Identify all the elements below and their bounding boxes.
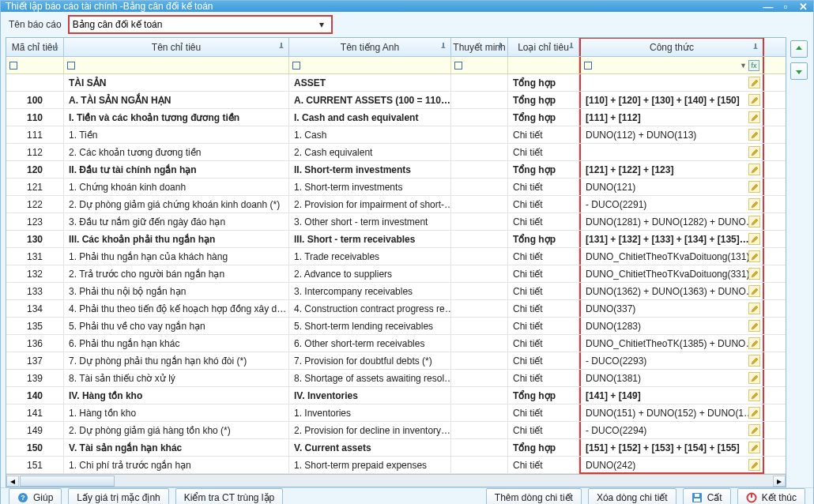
cell-en[interactable]: IV. Inventories — [289, 387, 451, 404]
cell-ct[interactable]: DUNO(337) — [579, 300, 764, 317]
filter-en[interactable] — [289, 57, 451, 73]
report-name-combo[interactable]: Bảng cân đối kế toán ▾ — [68, 15, 333, 34]
cell-loai[interactable]: Chi tiết — [508, 144, 579, 160]
cell-tm[interactable] — [451, 161, 508, 178]
cell-ten[interactable]: 8. Tài sản thiếu chờ xử lý — [64, 370, 289, 386]
edit-formula-icon[interactable] — [748, 355, 760, 367]
cell-ma[interactable]: 151 — [6, 457, 64, 473]
pin-icon[interactable] — [439, 42, 447, 53]
cell-loai[interactable]: Chi tiết — [508, 300, 579, 317]
cell-ma[interactable]: 136 — [6, 335, 64, 352]
cell-ct[interactable]: DUNO(1281) + DUNO(1282) + DUNO… — [579, 213, 764, 230]
filter-box-icon[interactable] — [584, 62, 592, 70]
cell-tm[interactable] — [451, 126, 508, 143]
minimize-icon[interactable]: — — [763, 1, 774, 12]
edit-formula-icon[interactable] — [748, 459, 760, 471]
save-button[interactable]: Cất — [683, 488, 731, 504]
cell-ct[interactable]: [121] + [122] + [123] — [579, 161, 764, 178]
filter-box-icon[interactable] — [67, 62, 75, 70]
cell-en[interactable]: 4. Construction contract progress re… — [289, 300, 451, 317]
cell-tm[interactable] — [451, 439, 508, 456]
cell-ma[interactable]: 134 — [6, 300, 64, 317]
cell-en[interactable]: 1. Cash — [289, 126, 451, 143]
cell-ten[interactable]: 2. Các khoản tương đương tiền — [64, 144, 289, 160]
edit-formula-icon[interactable] — [748, 94, 760, 106]
cell-loai[interactable]: Tổng hợp — [508, 439, 579, 456]
cell-ct[interactable]: - DUCO(2291) — [579, 196, 764, 213]
edit-formula-icon[interactable] — [748, 250, 760, 262]
cell-ma[interactable]: 122 — [6, 196, 64, 213]
pin-icon[interactable] — [752, 43, 759, 54]
cell-loai[interactable]: Tổng hợp — [508, 161, 579, 178]
pin-icon[interactable] — [496, 42, 504, 53]
cell-ct[interactable]: DUNO_ChitietTheoTKvaDoituong(331) — [579, 265, 764, 282]
cell-en[interactable]: 5. Short-term lending receivables — [289, 318, 451, 334]
cell-ma[interactable]: 131 — [6, 248, 64, 265]
cell-ten[interactable]: 1. Phải thu ngắn hạn của khách hàng — [64, 248, 289, 265]
cell-loai[interactable]: Chi tiết — [508, 196, 579, 213]
edit-formula-icon[interactable] — [748, 198, 760, 210]
cell-ten[interactable]: 6. Phải thu ngắn hạn khác — [64, 335, 289, 352]
cell-tm[interactable] — [451, 179, 508, 195]
table-row[interactable]: 140IV. Hàng tồn khoIV. InventoriesTổng h… — [6, 387, 786, 404]
col-ten[interactable]: Tên chỉ tiêu — [64, 38, 289, 56]
cell-ct[interactable]: [111] + [112] — [579, 109, 764, 126]
scroll-track[interactable] — [20, 476, 772, 487]
cell-ten[interactable]: 1. Tiền — [64, 126, 289, 143]
filter-box-icon[interactable] — [292, 62, 300, 70]
cell-ten[interactable]: IV. Hàng tồn kho — [64, 387, 289, 404]
scroll-left-icon[interactable]: ◂ — [6, 476, 19, 487]
cell-loai[interactable]: Tổng hợp — [508, 74, 579, 91]
filter-ct[interactable]: ▼ fx — [579, 57, 764, 73]
edit-formula-icon[interactable] — [748, 77, 760, 88]
cell-ma[interactable]: 121 — [6, 179, 64, 195]
cell-en[interactable]: 6. Other short-term receivables — [289, 335, 451, 352]
cell-ma[interactable]: 135 — [6, 318, 64, 334]
close-icon[interactable]: ✕ — [797, 1, 808, 12]
table-row[interactable]: 1355. Phải thu về cho vay ngắn hạn5. Sho… — [6, 318, 786, 335]
cell-ct[interactable]: [151] + [152] + [153] + [154] + [155] — [579, 439, 764, 456]
cell-tm[interactable] — [451, 144, 508, 160]
cell-ct[interactable]: DUNO(1362) + DUNO(1363) + DUNO… — [579, 283, 764, 299]
table-row[interactable]: 100A. TÀI SẢN NGẮN HẠNA. CURRENT ASSETS … — [6, 92, 786, 109]
cell-ma[interactable] — [6, 74, 64, 91]
scroll-right-icon[interactable]: ▸ — [773, 476, 786, 487]
chevron-down-icon[interactable]: ▾ — [315, 19, 328, 30]
cell-ct[interactable] — [579, 74, 764, 91]
cell-ma[interactable]: 149 — [6, 422, 64, 438]
cell-ct[interactable]: DUNO(121) — [579, 179, 764, 195]
cell-loai[interactable]: Chi tiết — [508, 335, 579, 352]
cell-tm[interactable] — [451, 265, 508, 282]
pin-icon[interactable] — [567, 42, 575, 53]
edit-formula-icon[interactable] — [748, 111, 760, 123]
cell-loai[interactable]: Chi tiết — [508, 422, 579, 438]
table-row[interactable]: 130III. Các khoản phải thu ngắn hạnIII. … — [6, 231, 786, 248]
cell-loai[interactable]: Tổng hợp — [508, 231, 579, 247]
cell-en[interactable]: 3. Other short - term investment — [289, 213, 451, 230]
table-row[interactable]: 1377. Dự phòng phải thu ngắn hạn khó đòi… — [6, 352, 786, 370]
cell-ma[interactable]: 150 — [6, 439, 64, 456]
filter-ten[interactable] — [64, 57, 289, 73]
cell-ct[interactable]: [110] + [120] + [130] + [140] + [150] — [579, 92, 764, 108]
cell-ct[interactable]: [141] + [149] — [579, 387, 764, 404]
cell-ct[interactable]: DUNO(151) + DUNO(152) + DUNO(1… — [579, 404, 764, 421]
table-row[interactable]: 1492. Dự phòng giảm giá hàng tồn kho (*)… — [6, 422, 786, 439]
table-row[interactable]: 1311. Phải thu ngắn hạn của khách hàng1.… — [6, 248, 786, 265]
cell-tm[interactable] — [451, 213, 508, 230]
cell-loai[interactable]: Chi tiết — [508, 370, 579, 386]
table-row[interactable]: 1411. Hàng tồn kho1. InventoriesChi tiết… — [6, 404, 786, 422]
scroll-thumb[interactable] — [20, 476, 115, 487]
cell-loai[interactable]: Chi tiết — [508, 213, 579, 230]
move-up-button[interactable] — [790, 40, 808, 58]
move-down-button[interactable] — [790, 62, 808, 80]
cell-ten[interactable]: 2. Dự phòng giảm giá hàng tồn kho (*) — [64, 422, 289, 438]
table-row[interactable]: 1398. Tài sản thiếu chờ xử lý8. Shortage… — [6, 370, 786, 387]
cell-tm[interactable] — [451, 231, 508, 247]
cell-ten[interactable]: I. Tiền và các khoản tương đương tiền — [64, 109, 289, 126]
cell-ten[interactable]: A. TÀI SẢN NGẮN HẠN — [64, 92, 289, 108]
edit-formula-icon[interactable] — [748, 129, 760, 141]
edit-formula-icon[interactable] — [748, 146, 760, 158]
cell-tm[interactable] — [451, 283, 508, 299]
cell-en[interactable]: A. CURRENT ASSETS (100 = 110… — [289, 92, 451, 108]
table-row[interactable]: 1333. Phải thu nội bộ ngắn hạn3. Interco… — [6, 283, 786, 300]
